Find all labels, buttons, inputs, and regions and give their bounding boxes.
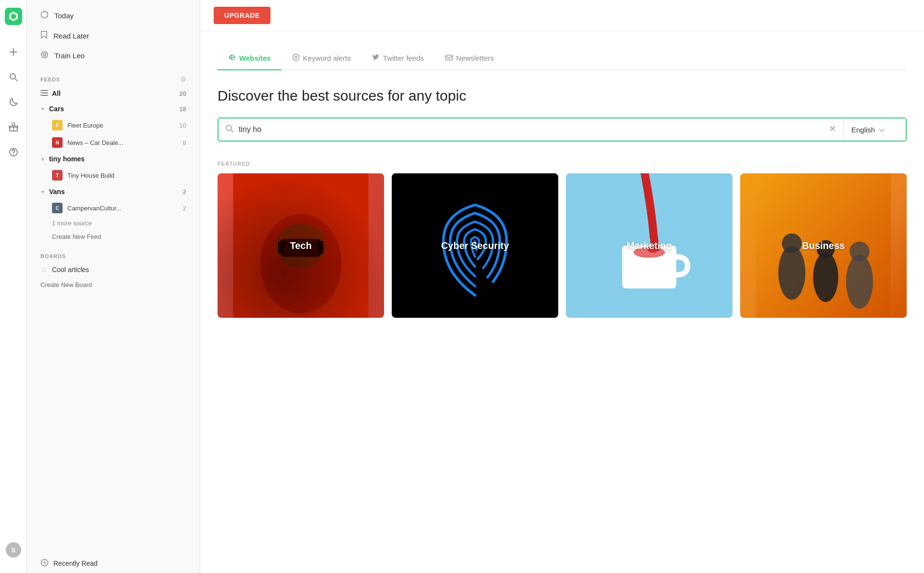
marketing-card-label: Marketing	[627, 240, 672, 251]
create-new-board-link[interactable]: Create New Board	[27, 278, 200, 292]
tab-keyword-alerts[interactable]: Keyword alerts	[282, 47, 361, 70]
svg-point-5	[13, 154, 14, 155]
boards-section-header: BOARDS	[27, 249, 200, 261]
nav-today[interactable]: Today	[27, 6, 200, 26]
svg-rect-19	[317, 241, 323, 254]
featured-card-cyber-security[interactable]: Cyber Security	[392, 173, 558, 318]
bookmark-icon	[40, 30, 48, 41]
featured-card-marketing[interactable]: Marketing	[566, 173, 732, 318]
create-new-feed-link[interactable]: Create New Feed	[27, 230, 200, 244]
feeds-all-item[interactable]: All 20	[27, 86, 200, 101]
svg-rect-12	[446, 55, 452, 60]
svg-point-13	[226, 125, 231, 130]
car-dealer-label: News – Car Deale...	[67, 139, 123, 146]
featured-card-business[interactable]: Business	[740, 173, 907, 318]
campervan-count: 2	[183, 205, 186, 212]
svg-point-7	[41, 52, 48, 58]
boards-label: BOARDS	[40, 253, 66, 259]
gift-icon[interactable]	[6, 119, 21, 135]
featured-cards-grid: Tech	[218, 173, 907, 318]
svg-point-8	[43, 53, 46, 56]
car-dealer-count: 8	[183, 139, 186, 146]
star-icon: ☆	[40, 265, 47, 274]
app-logo[interactable]	[5, 8, 22, 25]
feeds-label: FEEDS	[40, 77, 60, 82]
search-icon[interactable]	[6, 69, 21, 85]
nav-train-leo[interactable]: Train Leo	[27, 46, 200, 65]
vans-chevron-icon: ▼	[40, 189, 45, 195]
keyword-alerts-tab-icon	[292, 53, 300, 63]
clear-search-icon[interactable]	[829, 125, 836, 134]
nav-section: Today Read Later Train Leo	[27, 0, 200, 71]
fleet-europe-label: Fleet Europe	[67, 122, 103, 129]
tab-websites-label: Websites	[239, 54, 271, 62]
tab-twitter-feeds[interactable]: Twitter feeds	[361, 47, 435, 70]
left-sidebar: Today Read Later Train Leo FEEDS ⚙ All 2…	[27, 0, 200, 573]
svg-point-31	[846, 255, 873, 309]
train-leo-icon	[40, 51, 49, 61]
car-dealer-icon: N	[52, 137, 63, 148]
feeds-section-header: FEEDS ⚙	[27, 71, 200, 86]
tab-newsletters-label: Newsletters	[456, 54, 494, 62]
cars-chevron-icon: ▼	[40, 106, 45, 112]
campervan-icon: C	[52, 203, 63, 213]
featured-label: FEATURED	[218, 161, 907, 167]
recently-read-icon	[40, 559, 49, 568]
newsletters-tab-icon	[445, 53, 453, 63]
avatar[interactable]: S	[6, 542, 21, 558]
fleet-europe-icon: F	[52, 120, 63, 130]
featured-card-tech[interactable]: Tech	[218, 173, 384, 318]
svg-point-10	[293, 54, 299, 61]
search-input-icon	[225, 124, 234, 135]
feeds-cars-label: Cars	[49, 105, 64, 113]
feeds-group-tiny-homes[interactable]: ▼ tiny homes	[27, 151, 200, 167]
svg-rect-18	[278, 241, 285, 254]
feed-car-dealer[interactable]: N News – Car Deale... 8	[27, 134, 200, 151]
nav-read-later[interactable]: Read Later	[27, 26, 200, 46]
feeds-vans-count: 2	[183, 188, 186, 195]
svg-point-32	[849, 242, 869, 261]
help-icon[interactable]	[6, 144, 21, 160]
discover-title: Discover the best sources for any topic	[218, 88, 907, 104]
nav-train-leo-label: Train Leo	[54, 52, 85, 60]
svg-point-29	[813, 252, 838, 302]
cyber-security-card-label: Cyber Security	[441, 240, 509, 251]
tab-websites[interactable]: Websites	[218, 47, 282, 70]
feeds-group-vans[interactable]: ▼ Vans 2	[27, 184, 200, 199]
search-input-area	[218, 118, 843, 141]
language-selector[interactable]: English	[843, 118, 906, 141]
boards-section: BOARDS ☆ Cool articles Create New Board	[27, 246, 200, 298]
board-cool-articles[interactable]: ☆ Cool articles	[27, 261, 200, 278]
feeds-cars-count: 18	[180, 105, 186, 113]
feeds-group: All 20 ▼ Cars 18 F Fleet Europe 10 N New…	[27, 86, 200, 246]
search-input[interactable]	[239, 118, 824, 141]
app-sidebar-icons	[6, 44, 21, 160]
svg-point-28	[782, 234, 802, 253]
language-chevron-icon	[879, 126, 885, 134]
feeds-gear-icon[interactable]: ⚙	[180, 75, 186, 84]
feeds-group-cars[interactable]: ▼ Cars 18	[27, 101, 200, 117]
feeds-all-label: All	[52, 90, 61, 97]
feed-fleet-europe[interactable]: F Fleet Europe 10	[27, 117, 200, 134]
featured-section: FEATURED Tech	[218, 161, 907, 318]
language-label: English	[851, 126, 875, 134]
tiny-house-build-label: Tiny House Build	[67, 172, 115, 179]
feed-campervan[interactable]: C CampervanCultur... 2	[27, 199, 200, 217]
add-icon[interactable]	[6, 44, 21, 60]
feeds-vans-label: Vans	[49, 188, 65, 195]
nav-read-later-label: Read Later	[53, 32, 89, 40]
nav-recently-read[interactable]: Recently Read	[27, 554, 200, 573]
moon-icon[interactable]	[6, 94, 21, 110]
feed-tiny-house-build[interactable]: T Tiny House Build	[27, 167, 200, 184]
nav-today-label: Today	[54, 12, 74, 20]
svg-marker-6	[41, 11, 48, 18]
more-sources-link[interactable]: 1 more source	[27, 217, 200, 230]
tabs-bar: Websites Keyword alerts Twitter feeds Ne…	[218, 47, 907, 70]
twitter-tab-icon	[372, 53, 380, 63]
tiny-homes-chevron-icon: ▼	[40, 156, 45, 162]
tab-newsletters[interactable]: Newsletters	[435, 47, 504, 70]
feeds-tiny-homes-label: tiny homes	[49, 155, 85, 163]
tab-keyword-alerts-label: Keyword alerts	[303, 54, 351, 62]
upgrade-button[interactable]: UPGRADE	[214, 7, 270, 24]
campervan-label: CampervanCultur...	[67, 205, 121, 212]
